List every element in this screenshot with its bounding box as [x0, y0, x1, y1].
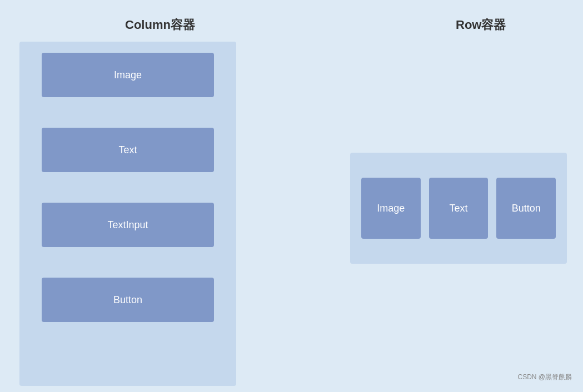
column-container: ImageTextTextInputButton [19, 42, 236, 386]
watermark: CSDN @黑脊麒麟 [517, 373, 572, 382]
column-title: Column容器 [125, 17, 195, 33]
column-item-image: Image [42, 53, 214, 97]
row-item-image: Image [361, 178, 421, 239]
column-item-textinput: TextInput [42, 203, 214, 247]
row-container: ImageTextButton [350, 153, 567, 264]
row-item-button: Button [496, 178, 556, 239]
row-title: Row容器 [456, 17, 506, 33]
row-item-text: Text [429, 178, 489, 239]
column-item-text: Text [42, 128, 214, 172]
column-item-button: Button [42, 278, 214, 322]
